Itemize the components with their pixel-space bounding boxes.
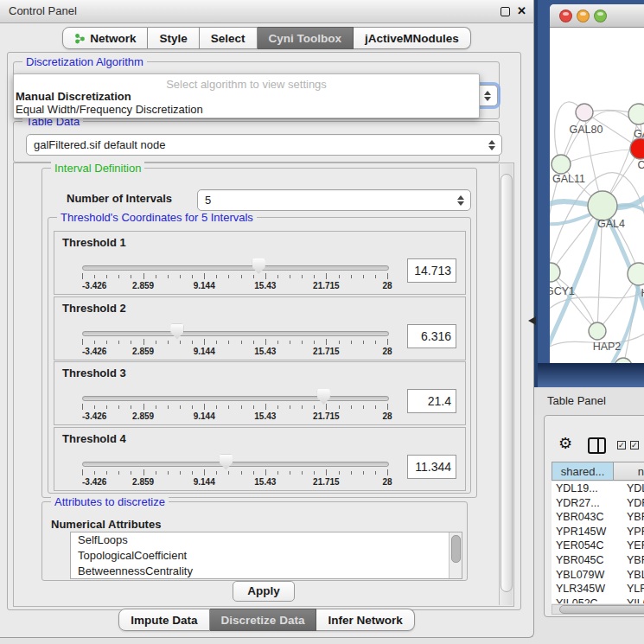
list-scrollbar[interactable]	[449, 532, 462, 578]
threshold-value-field[interactable]: 21.4	[407, 389, 456, 413]
apply-button[interactable]: Apply	[233, 581, 295, 602]
tab-infer-network[interactable]: Infer Network	[316, 609, 414, 631]
checkbox-icon[interactable]: ✓	[617, 441, 626, 450]
slider-track[interactable]	[82, 396, 389, 401]
table-row[interactable]: YIL052CYIL0	[552, 596, 644, 603]
number-of-intervals-select[interactable]: 5	[197, 189, 471, 211]
tick-label: 9.144	[194, 281, 215, 290]
threshold-slider[interactable]: -3.4262.8599.14415.4321.71528	[82, 321, 387, 357]
list-item[interactable]: BetweennessCentrality	[71, 564, 462, 579]
close-icon[interactable]: ✕	[517, 4, 526, 17]
network-node[interactable]	[588, 191, 617, 220]
table-row[interactable]: YLR345WYLR3	[552, 582, 644, 596]
table-row[interactable]: YDR27...YDR2	[552, 496, 644, 511]
tick-mark	[180, 471, 181, 475]
table-panel-titlebar[interactable]: Table Panel	[534, 387, 644, 415]
threshold-value-field[interactable]: 14.713	[407, 258, 456, 283]
tick-mark	[106, 341, 107, 344]
threshold-slider[interactable]: -3.4262.8599.14415.4321.71528	[82, 386, 387, 422]
threshold-slider[interactable]: -3.4262.8599.14415.4321.71528	[82, 451, 387, 488]
tab-network[interactable]: Network	[62, 27, 148, 49]
network-node[interactable]	[589, 322, 606, 340]
slider-handle[interactable]	[170, 324, 183, 340]
tab-impute-data[interactable]: Impute Data	[118, 609, 209, 631]
tick-mark	[339, 405, 340, 409]
threshold-value-field[interactable]: 11.344	[407, 455, 456, 479]
slider-handle[interactable]	[252, 258, 265, 274]
table-data-select[interactable]: galFiltered.sif default node	[26, 134, 502, 156]
minimize-traffic-light[interactable]	[577, 10, 590, 22]
network-node[interactable]	[552, 155, 571, 174]
tick-mark	[143, 469, 144, 475]
tick-mark	[94, 275, 95, 278]
table-header: shared... na	[552, 462, 644, 481]
split-columns-icon[interactable]	[588, 437, 606, 454]
checkbox-icon[interactable]: ✓	[630, 441, 639, 450]
slider-handle[interactable]	[220, 455, 233, 470]
stepper-icon[interactable]	[488, 140, 495, 150]
network-window-titlebar[interactable]	[550, 4, 644, 28]
network-view-frame: GAL80GACGAL11GAL4GCY1HHAP2	[534, 0, 644, 387]
network-canvas[interactable]: GAL80GACGAL11GAL4GCY1HHAP2	[550, 28, 644, 363]
stepper-icon[interactable]	[484, 91, 491, 101]
tick-mark	[168, 405, 169, 409]
table-row[interactable]: YBR043CYBR0	[552, 510, 644, 525]
tick-label: -3.426	[82, 477, 106, 487]
network-node[interactable]	[550, 263, 560, 282]
float-panel-icon[interactable]	[501, 7, 510, 16]
scrollbar-thumb[interactable]	[451, 535, 461, 563]
tick-mark	[314, 405, 315, 409]
number-of-intervals-label: Number of Intervals	[67, 192, 172, 205]
dropdown-item-manual-discretization[interactable]: Manual Discretization	[16, 90, 131, 103]
tab-label: Network	[90, 32, 136, 45]
stepper-icon[interactable]	[457, 195, 464, 206]
pane-scrollbar[interactable]	[499, 164, 513, 605]
scrollbar-thumb[interactable]	[559, 605, 644, 614]
table-data-value: galFiltered.sif default node	[34, 138, 165, 151]
tick-label: -3.426	[82, 281, 106, 290]
list-item[interactable]: SelfLoops	[71, 532, 462, 548]
threshold-slider[interactable]: -3.4262.8599.14415.4321.71528	[82, 255, 387, 291]
table-hscrollbar[interactable]	[552, 604, 644, 615]
table-row[interactable]: YER054CYER0	[552, 539, 644, 553]
close-traffic-light[interactable]	[559, 10, 572, 22]
slider-track[interactable]	[82, 462, 389, 467]
table-row[interactable]: YPR145WYPR1	[552, 525, 644, 539]
column-header-shared-name[interactable]: shared...	[552, 462, 614, 481]
tick-mark	[168, 275, 169, 278]
slider-handle[interactable]	[317, 389, 330, 405]
table-row[interactable]: YBR045CYBR0	[552, 553, 644, 568]
threshold-value-field[interactable]: 6.316	[407, 324, 456, 348]
gear-icon[interactable]: ⚙	[558, 434, 572, 453]
tab-select[interactable]: Select	[200, 27, 258, 49]
cell-name: YER0	[617, 539, 644, 553]
tab-discretize-data[interactable]: Discretize Data	[210, 609, 317, 631]
list-item[interactable]: TopologicalCoefficient	[71, 548, 462, 564]
tab-style[interactable]: Style	[148, 27, 199, 49]
node-label-ga: GA	[634, 128, 644, 140]
tick-mark	[216, 341, 217, 344]
table-row[interactable]: YBL079WYBL0	[552, 568, 644, 583]
tab-cyni-toolbox[interactable]: Cyni Toolbox	[258, 27, 354, 49]
slider-track[interactable]	[82, 265, 389, 271]
dropdown-item-equal-width-frequency[interactable]: Equal Width/Frequency Discretization	[16, 103, 203, 116]
tab-jactivemnodules[interactable]: jActiveMNodules	[354, 27, 471, 49]
column-header-name[interactable]: na	[614, 462, 644, 481]
mouse-cursor	[528, 316, 536, 325]
numerical-attributes-list[interactable]: SelfLoopsTopologicalCoefficientBetweenne…	[70, 532, 462, 579]
tick-mark	[253, 405, 254, 409]
numerical-attributes-label: Numerical Attributes	[51, 518, 161, 531]
control-panel-titlebar[interactable]: Control Panel ✕	[0, 0, 533, 23]
table-row[interactable]: YDL19...YDL1	[552, 481, 644, 496]
network-node[interactable]	[628, 104, 644, 124]
network-node[interactable]	[628, 263, 644, 285]
tick-label: 2.859	[132, 281, 154, 290]
scrollbar-thumb[interactable]	[501, 174, 513, 592]
network-node[interactable]	[576, 104, 593, 121]
zoom-traffic-light[interactable]	[594, 10, 607, 22]
node-label-hap2: HAP2	[593, 341, 622, 353]
slider-track[interactable]	[82, 331, 389, 336]
tick-mark	[106, 275, 107, 278]
tick-mark	[375, 275, 376, 278]
tick-mark	[143, 273, 144, 279]
